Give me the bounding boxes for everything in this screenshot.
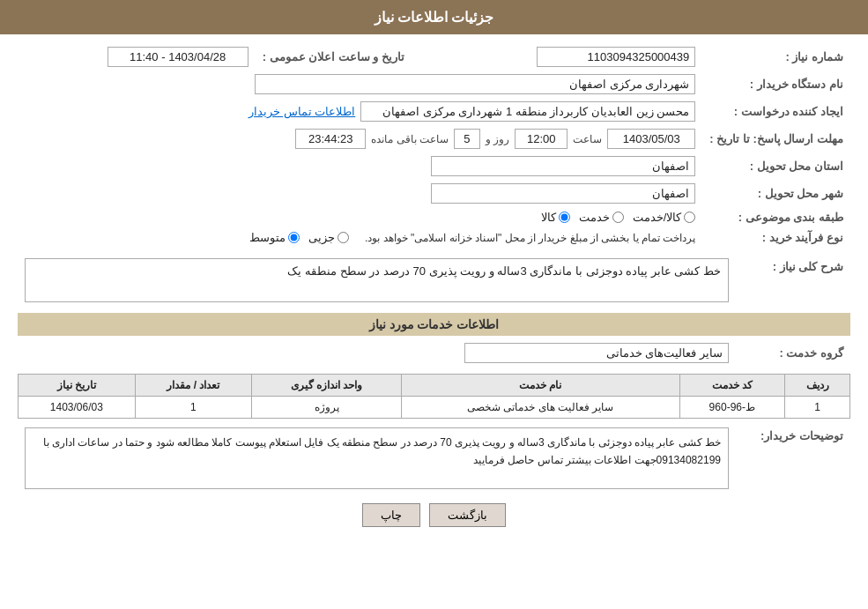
announce-date-value: 1403/04/28 - 11:40: [108, 47, 249, 67]
page-title: جزئیات اطلاعات نیاز: [375, 10, 494, 25]
service-group-value: سایر فعالیت‌های خدماتی: [464, 343, 729, 363]
days-value: 5: [454, 129, 480, 149]
service-group-row: گروه خدمت : سایر فعالیت‌های خدماتی: [18, 339, 850, 367]
buyer-notes-section: توضیحات خریدار: خط کشی عابر پیاده دوجزئی…: [18, 424, 850, 493]
col-date: تاریخ نیاز: [19, 375, 136, 397]
print-button[interactable]: چاپ: [362, 503, 420, 527]
cell-row: 1: [785, 397, 850, 419]
purchase-type-label: نوع فرآیند خرید :: [702, 227, 850, 248]
services-table: ردیف کد خدمت نام خدمت واحد اندازه گیری ت…: [18, 374, 850, 419]
remaining-label: ساعت باقی مانده: [371, 133, 449, 145]
purchase-type-motavaset: متوسط: [249, 231, 300, 244]
cell-date: 1403/06/03: [19, 397, 136, 419]
purchase-note: پرداخت تمام یا بخشی از مبلغ خریدار از مح…: [365, 232, 695, 244]
province-value: اصفهان: [431, 156, 695, 176]
category-kala-khidmat: کالا/خدمت: [633, 211, 696, 224]
col-row: ردیف: [785, 375, 850, 397]
city-value: اصفهان: [431, 183, 695, 204]
category-label: طبقه بندی موضوعی :: [702, 207, 850, 227]
col-code: کد خدمت: [679, 375, 784, 397]
remaining-value: 23:44:23: [295, 129, 366, 149]
back-button[interactable]: بازگشت: [429, 503, 506, 527]
table-row: 1 ط-96-960 سایر فعالیت های خدماتی شخصی پ…: [19, 397, 850, 419]
time-label: ساعت: [573, 133, 602, 145]
response-deadline-label: مهلت ارسال پاسخ: تا تاریخ :: [702, 125, 850, 152]
col-name: نام خدمت: [402, 375, 680, 397]
need-desc-section: شرح کلی نیاز : خط کشی عابر پیاده دوجزئی …: [18, 255, 850, 306]
buyer-notes-value: خط کشی عابر پیاده دوجزئی با ماندگاری 3سا…: [25, 427, 729, 489]
cell-count: 1: [135, 397, 252, 419]
need-desc-value: خط کشی عابر پیاده دوجزئی با ماندگاری 3سا…: [25, 258, 729, 302]
services-section-header: اطلاعات خدمات مورد نیاز: [18, 313, 850, 336]
requester-link[interactable]: اطلاعات تماس خریدار: [249, 105, 355, 118]
service-group-label: گروه خدمت :: [736, 339, 850, 367]
category-kala: کالا: [541, 211, 570, 224]
col-count: تعداد / مقدار: [135, 375, 252, 397]
info-table: شماره نیاز : 1103094325000439 تاریخ و سا…: [18, 43, 850, 248]
requester-value: محسن زین العابدیان کاربرداز منطقه 1 شهرد…: [360, 101, 695, 122]
time-value: 12:00: [515, 129, 568, 149]
requester-label: ایجاد کننده درخواست :: [702, 98, 850, 125]
province-label: استان محل تحویل :: [702, 152, 850, 180]
page-header: جزئیات اطلاعات نیاز: [0, 0, 868, 34]
cell-code: ط-96-960: [679, 397, 784, 419]
buyer-notes-label: توضیحات خریدار:: [736, 424, 850, 493]
need-number-value: 1103094325000439: [537, 47, 695, 67]
buyer-org-value: شهرداری مرکزی اصفهان: [255, 74, 695, 94]
cell-unit: پروژه: [252, 397, 402, 419]
cell-name: سایر فعالیت های خدماتی شخصی: [402, 397, 680, 419]
date-value: 1403/05/03: [607, 129, 695, 149]
announce-date-label: تاریخ و ساعت اعلان عمومی :: [256, 43, 412, 71]
city-label: شهر محل تحویل :: [702, 180, 850, 207]
need-number-label: شماره نیاز :: [702, 43, 850, 71]
need-desc-label: شرح کلی نیاز :: [736, 255, 850, 306]
col-unit: واحد اندازه گیری: [252, 375, 402, 397]
category-khidmat: خدمت: [579, 211, 624, 224]
button-row: بازگشت چاپ: [18, 503, 850, 527]
buyer-org-label: نام دستگاه خریدار :: [702, 71, 850, 98]
days-label: روز و: [486, 133, 509, 145]
purchase-type-joz: جزیی: [308, 231, 349, 244]
